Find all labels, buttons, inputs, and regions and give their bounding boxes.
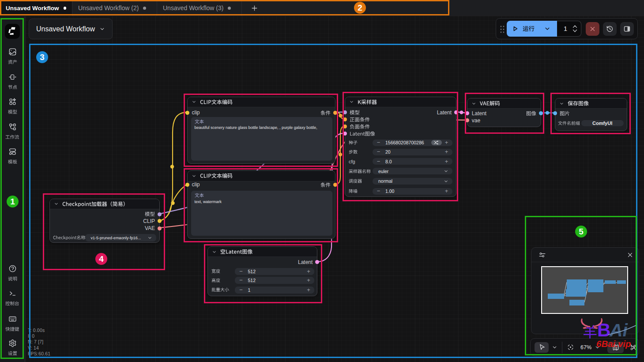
stat-links: V: 14: [28, 345, 50, 351]
port-dot[interactable]: [185, 183, 189, 187]
minimap-close-icon[interactable]: [627, 252, 633, 258]
widget-label-wrap: [349, 178, 362, 185]
node-clip-negative[interactable]: cliptext, watermark: [187, 170, 335, 239]
port-dot[interactable]: [333, 111, 337, 115]
sidebar-item-help[interactable]: [0, 264, 25, 281]
collapse-chevron-icon[interactable]: [559, 101, 564, 106]
port-dot[interactable]: [343, 110, 347, 114]
node-ksampler[interactable]: Latent−156680208700286+−20+cfg−8.0+euler…: [345, 97, 456, 197]
fit-view-icon[interactable]: [567, 343, 574, 351]
zoom-chevron-icon[interactable]: [595, 344, 600, 350]
toggle-links-icon[interactable]: [629, 343, 637, 351]
collapse-chevron-icon[interactable]: [471, 101, 476, 106]
zoom-level[interactable]: 67%: [580, 344, 591, 351]
width-widget[interactable]: −512+: [235, 268, 314, 275]
denoise-widget[interactable]: −1.00+: [373, 188, 452, 195]
sidebar-toggle-button[interactable]: [620, 22, 634, 36]
tab-unsaved-workflow-2[interactable]: Unsaved Workflow (2): [72, 0, 157, 16]
stepper-up-icon[interactable]: [572, 25, 577, 28]
collapse-chevron-icon[interactable]: [192, 173, 196, 178]
tab-unsaved-workflow[interactable]: Unsaved Workflow: [0, 0, 72, 16]
node-header[interactable]: [208, 247, 317, 257]
prompt-textarea[interactable]: beautiful scenery nature glass bottle la…: [191, 117, 332, 161]
node-header[interactable]: [188, 171, 335, 181]
sidebar-item-settings[interactable]: [0, 339, 25, 356]
port-dot[interactable]: [343, 132, 347, 136]
port-dot[interactable]: [539, 111, 543, 115]
workflow-tab-bar: Unsaved Workflow Unsaved Workflow (2) Un…: [0, 0, 644, 16]
select-tool-button[interactable]: [535, 342, 549, 353]
collapse-chevron-icon[interactable]: [54, 201, 59, 206]
node-vae-decode[interactable]: Latentvae: [467, 98, 541, 127]
node-header[interactable]: [555, 98, 627, 109]
minimap-settings-icon[interactable]: [539, 251, 546, 259]
port-dot[interactable]: [333, 183, 337, 187]
widget-value: euler: [378, 169, 388, 174]
port-dot[interactable]: [465, 111, 469, 115]
randomize-seed-pill[interactable]: [431, 140, 442, 145]
stepper-down-icon[interactable]: [572, 29, 577, 33]
drag-handle-icon[interactable]: [500, 25, 505, 34]
port-dot[interactable]: [343, 124, 347, 128]
seed-widget[interactable]: −156680208700286+: [373, 140, 452, 146]
workflow-selector[interactable]: Unsaved Workflow: [29, 19, 113, 39]
comfyui-logo-icon: [8, 26, 17, 36]
filename-prefix-widget[interactable]: ComfyUI: [581, 120, 624, 126]
collapse-chevron-icon[interactable]: [212, 249, 217, 254]
height-widget[interactable]: −512+: [235, 277, 314, 284]
port-dot[interactable]: [343, 117, 347, 121]
history-button[interactable]: [603, 22, 617, 36]
sampler-widget[interactable]: euler: [373, 168, 452, 174]
batch-count-input[interactable]: 1: [557, 21, 581, 37]
sidebar-item-assets[interactable]: [0, 48, 25, 64]
port-dot[interactable]: [158, 212, 162, 216]
port-dot[interactable]: [158, 226, 162, 230]
node-header[interactable]: [345, 97, 456, 108]
sidebar-item-console[interactable]: [0, 289, 25, 306]
node-save-image[interactable]: ComfyUI: [555, 98, 627, 131]
widget-label: [349, 140, 358, 145]
comfyui-logo[interactable]: [5, 24, 20, 39]
port-label: clip: [192, 181, 200, 188]
port-dot[interactable]: [465, 118, 469, 122]
port-label: [350, 117, 370, 122]
node-checkpoint-loader[interactable]: CLIPVAEv1-5-pruned-emaonly-fp16...: [49, 199, 160, 243]
tab-unsaved-workflow-3[interactable]: Unsaved Workflow (3): [157, 0, 242, 16]
port-label: vae: [472, 117, 480, 124]
node-header[interactable]: [50, 199, 159, 210]
map-icon: [612, 344, 619, 351]
cfg-widget[interactable]: −8.0+: [373, 158, 452, 165]
input-port: Latent: [472, 110, 486, 117]
prompt-textarea[interactable]: text, watermark: [191, 191, 332, 236]
steps-widget[interactable]: −20+: [373, 149, 452, 155]
batch-size-widget[interactable]: −1+: [235, 287, 314, 294]
chevron-down-icon: [444, 169, 448, 173]
node-clip-positive[interactable]: clipbeautiful scenery nature glass bottl…: [187, 97, 335, 164]
port-dot[interactable]: [553, 111, 557, 115]
node-header[interactable]: [188, 97, 335, 108]
new-tab-button[interactable]: [245, 0, 263, 16]
sidebar-item-nodes[interactable]: [0, 73, 25, 90]
widget-label: cfg: [349, 159, 355, 164]
minimap-view[interactable]: [541, 266, 628, 314]
run-options-chevron-icon[interactable]: [544, 26, 550, 32]
sidebar-item-models[interactable]: [0, 98, 25, 114]
widget-label-wrap: [349, 168, 371, 174]
ckpt-name-widget[interactable]: v1-5-pruned-emaonly-fp16...: [85, 234, 157, 241]
port-dot[interactable]: [185, 111, 189, 115]
cancel-run-button[interactable]: [586, 22, 599, 36]
sidebar-item-templates[interactable]: [0, 147, 25, 164]
scheduler-widget[interactable]: normal: [373, 178, 452, 185]
select-tool-chevron-icon[interactable]: [552, 344, 557, 350]
collapse-chevron-icon[interactable]: [349, 99, 354, 104]
widget-label-wrap: [558, 120, 580, 127]
minimap-toggle-button[interactable]: [607, 342, 624, 353]
minimap-node: [548, 294, 564, 299]
node-empty-latent[interactable]: Latent−512+−512+−1+: [207, 246, 318, 296]
sidebar-item-label: [8, 351, 17, 356]
node-header[interactable]: [467, 98, 541, 109]
collapse-chevron-icon[interactable]: [192, 99, 196, 104]
sidebar-item-workflows[interactable]: [0, 123, 25, 140]
sidebar-item-shortcuts[interactable]: [0, 315, 25, 332]
run-button[interactable]: [507, 21, 557, 37]
